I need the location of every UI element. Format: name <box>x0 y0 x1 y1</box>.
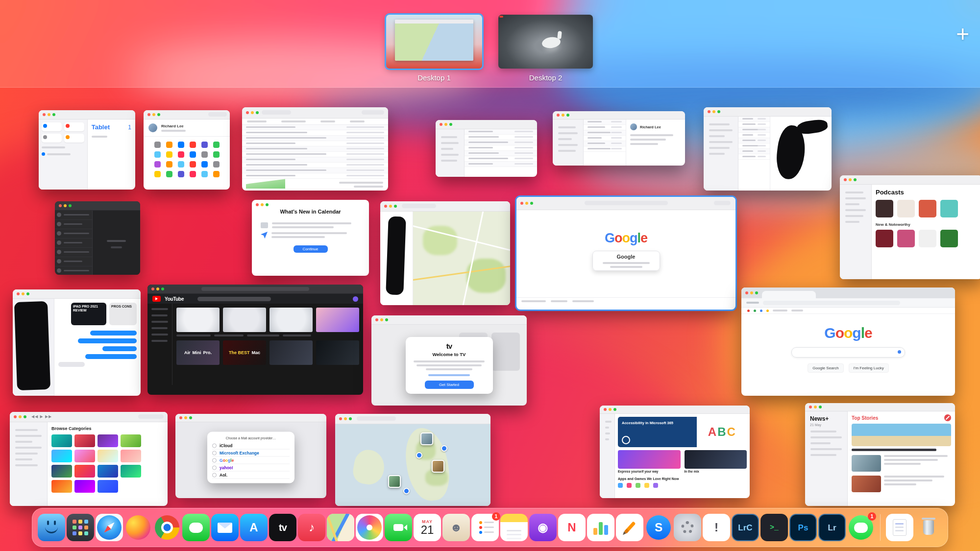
provider-item[interactable]: Microsoft Exchange <box>212 450 290 457</box>
dock-news-icon[interactable]: N <box>558 514 586 541</box>
youtube-search[interactable] <box>197 297 271 301</box>
traffic-lights[interactable] <box>745 291 748 294</box>
video-thumbnail[interactable]: iPAD PRO 2021 REVIEW <box>71 303 106 325</box>
dock-trash-icon[interactable] <box>915 514 942 541</box>
article-row[interactable] <box>852 455 951 472</box>
photo-marker[interactable] <box>388 475 401 488</box>
dock-facetime-icon[interactable] <box>385 514 412 541</box>
finder-toolbar-buttons[interactable] <box>262 110 291 115</box>
window-microsoft-store[interactable]: Accessibility in Microsoft 365 A B C Exp… <box>600 406 750 498</box>
window-music[interactable]: ◀◀ ▶ ▶▶ Browse Categories <box>10 412 168 506</box>
continue-button[interactable]: Continue <box>294 245 328 253</box>
window-youtube[interactable]: YouTube AirMiniPro. The BESTMac <box>147 285 363 395</box>
traffic-lights[interactable] <box>147 113 150 116</box>
dock-app-store-icon[interactable]: A <box>240 514 268 541</box>
dock-contacts-icon[interactable]: ☻ <box>442 514 470 541</box>
traffic-lights[interactable] <box>17 292 20 295</box>
provider-item[interactable]: iCloud <box>212 442 290 450</box>
map-canvas[interactable] <box>413 212 510 305</box>
dock-music-icon[interactable]: ♪ <box>298 514 325 541</box>
promo-card[interactable]: In the mix <box>685 450 747 473</box>
traffic-lights[interactable] <box>14 415 17 418</box>
dock-notes-icon[interactable] <box>500 514 528 541</box>
google-search-button[interactable]: Google Search <box>808 363 843 373</box>
dock-safari-icon[interactable] <box>96 514 123 541</box>
window-system-preferences[interactable]: Richard Lee <box>144 110 230 190</box>
dock-system-preferences-icon[interactable] <box>674 514 701 541</box>
dock-tv-icon[interactable]: tv <box>269 514 296 541</box>
desktop-2-thumbnail[interactable] <box>498 15 593 69</box>
toolbar-buttons[interactable] <box>714 201 731 205</box>
dock-lightroom-classic-icon[interactable]: LrC <box>732 514 759 541</box>
dock-feedback-icon[interactable]: ! <box>703 514 730 541</box>
play-button[interactable] <box>622 436 630 444</box>
nav-buttons[interactable] <box>746 302 759 304</box>
maps-search-field[interactable] <box>357 416 396 421</box>
dock-messages-icon[interactable] <box>182 514 210 541</box>
traffic-lights[interactable] <box>43 113 46 116</box>
traffic-lights[interactable] <box>604 408 607 411</box>
provider-item[interactable]: Google <box>212 457 290 464</box>
location-dot[interactable] <box>403 488 410 494</box>
window-finder[interactable] <box>242 107 388 191</box>
reminders-scheduled-card[interactable] <box>64 122 84 131</box>
traffic-lights[interactable] <box>708 110 710 113</box>
traffic-lights[interactable] <box>179 416 182 419</box>
window-calendar-whats-new[interactable]: What's New in Calendar Continue <box>252 200 369 276</box>
radio-button[interactable] <box>212 451 217 455</box>
radio-button[interactable] <box>212 443 217 448</box>
dock-launchpad-icon[interactable] <box>67 514 94 541</box>
dock-calendar-icon[interactable]: MAY21 <box>414 514 441 541</box>
traffic-lights[interactable] <box>375 318 378 321</box>
traffic-lights[interactable] <box>520 202 523 205</box>
apple-id-avatar[interactable] <box>148 123 157 132</box>
video-thumbnail[interactable]: AirMiniPro. <box>176 340 220 365</box>
window-chrome-google[interactable]: Google Google Search I'm Feeling Lucky <box>741 287 955 396</box>
add-desktop-button[interactable]: + <box>956 23 969 45</box>
address-bar[interactable] <box>585 201 668 205</box>
article-hero-image[interactable] <box>852 424 951 446</box>
dock-shazam-icon[interactable]: S <box>645 514 672 541</box>
traffic-lights[interactable] <box>339 417 342 420</box>
bookmarks-bar[interactable] <box>741 308 955 314</box>
traffic-lights[interactable] <box>440 123 442 126</box>
hero-banner[interactable]: Accessibility in Microsoft 365 A B C <box>618 417 747 447</box>
reminders-flagged-card[interactable] <box>64 134 84 143</box>
youtube-wordmark[interactable]: YouTube <box>165 296 184 302</box>
article-row[interactable] <box>852 476 951 492</box>
youtube-logo-icon[interactable] <box>152 296 161 302</box>
window-notes[interactable] <box>704 107 832 191</box>
location-dot[interactable] <box>416 452 422 458</box>
desktop-1-thumbnail[interactable] <box>386 15 482 69</box>
window-reminders[interactable]: Tablet 1 <box>39 110 135 190</box>
dock-mail-icon[interactable] <box>211 514 239 541</box>
photo-marker[interactable] <box>432 460 444 473</box>
window-finder-2[interactable] <box>436 120 537 177</box>
reminders-today-card[interactable] <box>42 122 62 131</box>
reminders-list-item[interactable] <box>42 152 84 156</box>
radio-button[interactable] <box>212 465 217 470</box>
window-messages[interactable]: iPAD PRO 2021 REVIEW PROS CONS <box>13 289 141 396</box>
feeling-lucky-button[interactable]: I'm Feeling Lucky <box>849 363 889 373</box>
traffic-lights[interactable] <box>557 114 560 117</box>
dock-chrome-icon[interactable] <box>153 514 181 541</box>
traffic-lights[interactable] <box>246 111 249 114</box>
dock-document-icon[interactable] <box>886 514 913 541</box>
video-thumbnail[interactable]: PROS CONS <box>109 303 137 325</box>
playback-controls[interactable]: ◀◀ ▶ ▶▶ <box>31 414 52 419</box>
traffic-lights[interactable] <box>384 205 387 208</box>
dock-reminders-icon[interactable]: 1 <box>471 514 499 541</box>
traffic-lights[interactable] <box>59 204 62 207</box>
music-search[interactable] <box>138 414 164 419</box>
dock-podcasts-icon[interactable]: ◉ <box>529 514 557 541</box>
google-search-box[interactable] <box>791 347 905 358</box>
window-tv-welcome[interactable]: tv Welcome to TV Get Started <box>371 315 527 406</box>
dock-firefox-icon[interactable] <box>124 514 152 541</box>
dock-lightroom-icon[interactable]: Lr <box>818 514 846 541</box>
dock-maps-icon[interactable] <box>327 514 354 541</box>
address-bar[interactable] <box>763 301 900 305</box>
dock-photoshop-icon[interactable]: Ps <box>789 514 817 541</box>
radio-button[interactable] <box>212 458 217 462</box>
search-suggestion-card[interactable]: Google <box>592 251 660 271</box>
dock-whatsapp-icon[interactable]: 1 <box>847 514 875 541</box>
